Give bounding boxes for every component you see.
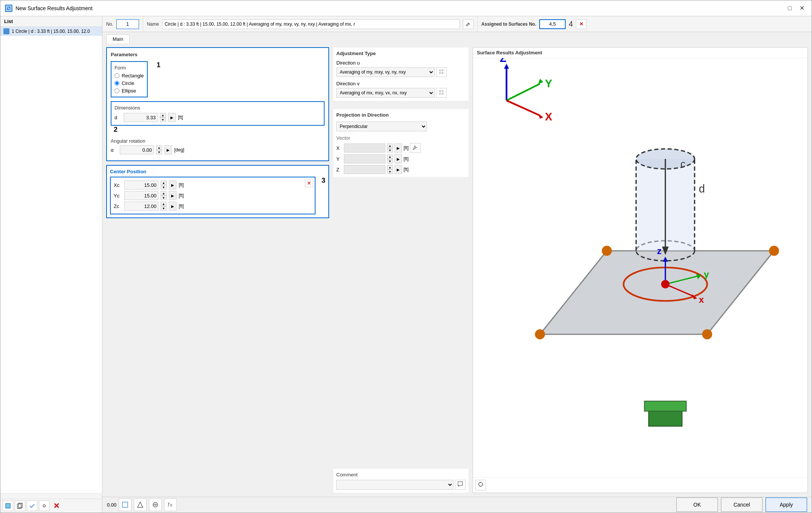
view-title: Surface Results Adjustment xyxy=(473,48,807,58)
direction-v-select[interactable]: Averaging of mx, mxy, vx, nx, nxy xyxy=(336,88,435,98)
circle-option[interactable]: Circle xyxy=(114,80,144,86)
list-header: List xyxy=(0,16,102,27)
3d-view-svg: Z Y X xyxy=(473,58,807,477)
comment-button[interactable] xyxy=(455,480,466,490)
xc-up-button[interactable]: ▲ xyxy=(161,180,167,185)
vector-x-down[interactable]: ▼ xyxy=(387,148,393,153)
middle-section: Parameters Form Rectangle xyxy=(102,43,812,496)
vector-z-input[interactable] xyxy=(344,165,385,174)
direction-v-button[interactable] xyxy=(436,88,447,98)
surfaces-no-input[interactable] xyxy=(539,19,566,29)
vector-y-down[interactable]: ▼ xyxy=(387,159,393,163)
view-tool-button[interactable] xyxy=(475,480,486,490)
axes-group: Z Y X xyxy=(500,58,552,123)
ellipse-radio[interactable] xyxy=(114,88,119,93)
ok-button[interactable]: OK xyxy=(676,498,718,512)
direction-v-section: Direction v Averaging of mx, mxy, vx, nx… xyxy=(336,81,466,98)
projection-select[interactable]: Perpendicular X Y Z xyxy=(336,122,427,131)
form-box: Form Rectangle Circle xyxy=(111,61,148,97)
no-input[interactable] xyxy=(116,19,139,29)
direction-u-button[interactable] xyxy=(436,67,447,77)
bottom-tool-3[interactable] xyxy=(149,498,162,511)
xc-input[interactable] xyxy=(124,180,158,189)
ellipse-option[interactable]: Ellipse xyxy=(114,88,144,94)
yc-spinner: ▲ ▼ xyxy=(161,191,167,200)
vector-z-down[interactable]: ▼ xyxy=(387,169,393,174)
yc-down-button[interactable]: ▼ xyxy=(161,196,167,200)
direction-v-label: Direction v xyxy=(336,81,466,86)
d-input[interactable] xyxy=(124,113,158,122)
list-scrollbar[interactable] xyxy=(0,493,102,499)
name-edit-button[interactable] xyxy=(463,19,473,29)
vector-x-up[interactable]: ▲ xyxy=(387,143,393,148)
svg-text:Z: Z xyxy=(500,58,507,64)
direction-u-select[interactable]: Averaging of my, mxy, vy, ny, nxy xyxy=(336,67,435,77)
vector-pick-button[interactable] xyxy=(410,143,421,153)
svg-point-32 xyxy=(602,246,612,256)
bottom-tool-2[interactable] xyxy=(134,498,147,511)
vector-z-up[interactable]: ▲ xyxy=(387,165,393,169)
rectangle-option[interactable]: Rectangle xyxy=(114,73,144,79)
svg-rect-12 xyxy=(439,90,441,92)
d-down-button[interactable]: ▼ xyxy=(160,117,166,122)
svg-text:Y: Y xyxy=(545,77,552,89)
list-item[interactable]: 1 Circle | d : 3.33 ft | 15.00, 15.00, 1… xyxy=(0,27,102,36)
alpha-right-button[interactable]: ▶ xyxy=(164,145,172,154)
d-up-button[interactable]: ▲ xyxy=(160,113,166,117)
cancel-button[interactable]: Cancel xyxy=(721,498,763,512)
vector-x-input[interactable] xyxy=(344,143,385,153)
name-input[interactable] xyxy=(162,19,460,29)
dimensions-title: Dimensions xyxy=(114,105,321,111)
vector-z-right[interactable]: ▶ xyxy=(394,165,402,174)
parameters-section: Parameters Form Rectangle xyxy=(106,47,329,161)
apply-button[interactable]: Apply xyxy=(766,498,807,512)
zc-input[interactable] xyxy=(124,202,158,211)
alpha-row: α ▲ ▼ ▶ [deg] xyxy=(111,145,325,154)
d-row: d ▲ ▼ ▶ [ft] xyxy=(114,113,321,122)
zc-down-button[interactable]: ▼ xyxy=(161,206,167,211)
list-copy-button[interactable] xyxy=(15,501,25,511)
svg-point-30 xyxy=(702,330,712,340)
vector-y-up[interactable]: ▲ xyxy=(387,154,393,159)
vector-x-unit: [ft] xyxy=(404,145,408,151)
svg-marker-28 xyxy=(540,251,774,334)
vector-x-right[interactable]: ▶ xyxy=(394,143,402,153)
center-clear-button[interactable]: ✕ xyxy=(305,179,313,187)
vector-y-input[interactable] xyxy=(344,154,385,163)
config-panel: Parameters Form Rectangle xyxy=(106,47,329,493)
list-delete-button[interactable]: ✕ xyxy=(51,501,62,511)
yc-unit: [ft] xyxy=(179,193,184,198)
direction-v-row: Averaging of mx, mxy, vx, nx, nxy xyxy=(336,88,466,98)
rectangle-radio[interactable] xyxy=(114,73,119,78)
bottom-tool-1[interactable] xyxy=(119,498,131,511)
surfaces-value: 4 xyxy=(569,20,573,28)
yc-up-button[interactable]: ▲ xyxy=(161,191,167,196)
minimize-button[interactable]: □ xyxy=(784,3,795,14)
surfaces-clear-button[interactable]: ✕ xyxy=(576,19,586,29)
bottom-tool-4[interactable]: fx xyxy=(164,498,177,511)
svg-rect-9 xyxy=(442,69,444,71)
projection-section: Projection in Direction Perpendicular X … xyxy=(333,109,469,177)
alpha-up-button[interactable]: ▲ xyxy=(156,145,162,150)
comment-select[interactable] xyxy=(336,480,453,490)
alpha-down-button[interactable]: ▼ xyxy=(156,150,162,154)
parameters-title: Parameters xyxy=(111,52,325,57)
svg-rect-17 xyxy=(458,482,462,485)
yc-input[interactable] xyxy=(124,191,158,200)
list-add-button[interactable] xyxy=(3,501,13,511)
zc-right-button[interactable]: ▶ xyxy=(169,202,176,211)
xc-right-button[interactable]: ▶ xyxy=(169,180,176,189)
vector-z-spinner: ▲ ▼ xyxy=(387,165,393,174)
zc-up-button[interactable]: ▲ xyxy=(161,202,167,206)
circle-radio[interactable] xyxy=(114,81,119,86)
main-tab[interactable]: Main xyxy=(106,34,130,43)
list-check-button[interactable] xyxy=(27,501,37,511)
alpha-input[interactable] xyxy=(120,145,154,154)
vector-y-right[interactable]: ▶ xyxy=(394,154,402,163)
d-right-button[interactable]: ▶ xyxy=(168,113,176,122)
list-settings-button[interactable] xyxy=(39,501,49,511)
d-spinner: ▲ ▼ xyxy=(160,113,166,122)
yc-right-button[interactable]: ▶ xyxy=(169,191,176,200)
close-button[interactable]: ✕ xyxy=(797,3,807,14)
xc-down-button[interactable]: ▼ xyxy=(161,185,167,189)
